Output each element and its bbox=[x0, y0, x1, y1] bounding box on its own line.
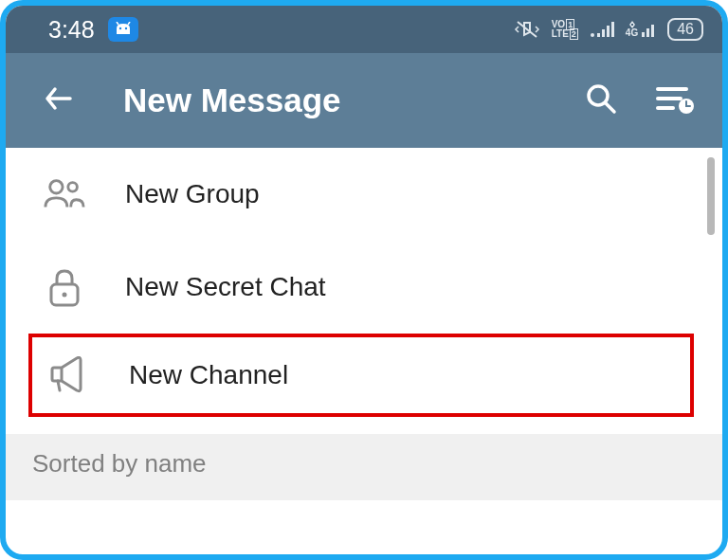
sort-section: Sorted by name bbox=[6, 434, 722, 500]
svg-rect-12 bbox=[651, 25, 654, 37]
svg-point-19 bbox=[50, 181, 63, 193]
svg-rect-6 bbox=[602, 29, 605, 37]
menu-item-label: New Channel bbox=[129, 360, 288, 390]
status-time: 3:48 bbox=[48, 16, 95, 44]
back-button[interactable] bbox=[42, 81, 76, 119]
svg-rect-10 bbox=[642, 32, 645, 37]
status-right: VO1 LTE2 4G bbox=[514, 18, 703, 41]
battery-level: 46 bbox=[677, 21, 694, 37]
megaphone-icon bbox=[47, 356, 89, 394]
new-group-item[interactable]: New Group bbox=[6, 148, 722, 241]
svg-line-14 bbox=[606, 103, 614, 112]
menu-item-label: New Group bbox=[125, 179, 260, 209]
lock-icon bbox=[44, 267, 85, 307]
svg-line-3 bbox=[128, 22, 130, 25]
svg-point-1 bbox=[124, 27, 126, 29]
vibrate-icon bbox=[514, 19, 540, 40]
battery-indicator: 46 bbox=[667, 18, 703, 41]
annotation-highlight: New Channel bbox=[28, 334, 694, 417]
svg-rect-5 bbox=[597, 33, 600, 37]
app-bar-actions bbox=[584, 81, 696, 119]
content-area: New Group New Secret Chat bbox=[6, 148, 722, 500]
network-4g-icon: 4G bbox=[626, 21, 656, 38]
svg-line-2 bbox=[117, 22, 118, 25]
svg-point-9 bbox=[591, 33, 594, 37]
svg-rect-11 bbox=[646, 28, 649, 37]
group-icon bbox=[44, 177, 85, 211]
svg-rect-8 bbox=[611, 22, 614, 37]
sort-label: Sorted by name bbox=[32, 449, 207, 478]
svg-point-20 bbox=[68, 183, 78, 192]
signal-bars-icon bbox=[590, 20, 614, 39]
status-left: 3:48 bbox=[48, 16, 138, 44]
status-bar: 3:48 bbox=[6, 6, 722, 53]
svg-rect-7 bbox=[607, 26, 610, 37]
svg-point-22 bbox=[63, 293, 67, 298]
device-frame: 3:48 bbox=[0, 0, 728, 560]
svg-point-0 bbox=[118, 27, 120, 29]
volte-icon: VO1 LTE2 bbox=[552, 20, 578, 39]
android-app-icon bbox=[108, 17, 138, 42]
search-button[interactable] bbox=[584, 81, 618, 119]
app-bar: New Message bbox=[6, 53, 722, 148]
sort-button[interactable] bbox=[654, 81, 696, 119]
new-channel-item[interactable]: New Channel bbox=[32, 337, 690, 413]
menu-item-label: New Secret Chat bbox=[125, 272, 326, 302]
new-secret-chat-item[interactable]: New Secret Chat bbox=[6, 241, 722, 334]
page-title: New Message bbox=[123, 81, 537, 119]
scrollbar-indicator[interactable] bbox=[707, 157, 715, 235]
